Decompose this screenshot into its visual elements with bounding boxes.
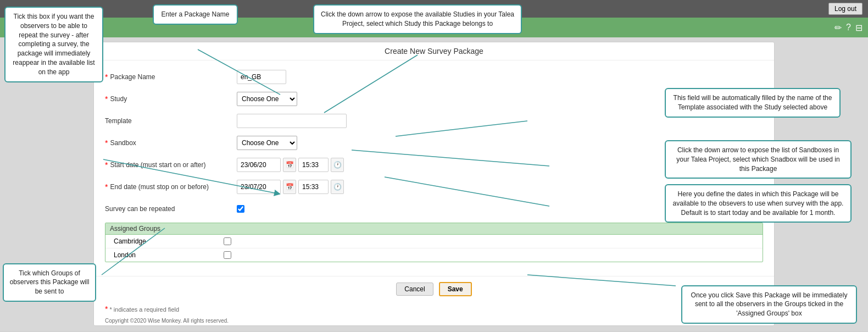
group-checkbox-cambridge[interactable] <box>224 237 231 245</box>
assigned-groups: Assigned Groups Cambridge London <box>105 223 763 262</box>
package-name-label: * Package Name <box>105 73 237 81</box>
copyright: Copyright ©2020 Wise Monkey. All rights … <box>94 316 774 325</box>
required-star-4: * <box>105 161 108 169</box>
start-date-label: * Start date (must start on or after) <box>105 161 237 169</box>
start-time-picker-icon[interactable]: 🕐 <box>331 158 344 172</box>
package-name-row: * Package Name <box>105 69 763 85</box>
start-date-time: 📅 🕐 <box>237 158 344 172</box>
logout-button[interactable]: Log out <box>828 3 863 15</box>
callout-groups: Tick which Groups of observers this Pack… <box>3 263 96 302</box>
end-date-label: * End date (must stop on or before) <box>105 182 237 191</box>
page-wrapper: ject Areas). Your time zone is Western E… <box>0 0 868 332</box>
help-icon[interactable]: ? <box>846 23 851 33</box>
callout-sandbox: Click the down arrow to expose the list … <box>665 140 852 179</box>
callout-package-name: Enter a Package Name <box>153 4 238 25</box>
nav-icons: ✏ ? ⊟ <box>834 23 863 33</box>
callout-template: This field will be automatically filled … <box>665 88 841 118</box>
required-star-5: * <box>105 182 108 191</box>
end-date-time: 📅 🕐 <box>237 180 344 194</box>
group-row-cambridge: Cambridge <box>105 235 763 248</box>
form-footer: Cancel Save <box>94 276 774 302</box>
end-time-picker-icon[interactable]: 🕐 <box>331 180 344 194</box>
required-star-3: * <box>105 139 108 147</box>
callout-save: Once you click Save this Package will be… <box>681 285 857 324</box>
repeat-checkbox[interactable] <box>237 205 244 213</box>
repeat-label: Survey can be repeated <box>105 205 237 213</box>
required-note: * * indicates a required field <box>94 302 774 316</box>
sandbox-select-wrapper: Choose One <box>237 136 297 150</box>
required-star-note: * <box>105 305 108 313</box>
study-select[interactable]: Choose One <box>237 92 297 106</box>
package-name-input[interactable] <box>237 70 286 84</box>
edit-icon[interactable]: ✏ <box>834 23 842 33</box>
sandbox-select[interactable]: Choose One <box>237 136 297 150</box>
group-row-london: London <box>105 248 763 262</box>
group-checkbox-london[interactable] <box>224 251 231 259</box>
save-button[interactable]: Save <box>439 282 472 296</box>
study-label: * Study <box>105 95 237 103</box>
end-date-picker-icon[interactable]: 📅 <box>283 180 296 194</box>
sandbox-label: * Sandbox <box>105 139 237 147</box>
required-star-2: * <box>105 95 108 103</box>
group-name-cambridge: Cambridge <box>114 237 224 245</box>
start-date-input[interactable] <box>237 158 281 172</box>
start-date-picker-icon[interactable]: 📅 <box>283 158 296 172</box>
cancel-button[interactable]: Cancel <box>396 283 433 296</box>
start-time-input[interactable] <box>298 158 329 172</box>
template-label: Template <box>105 117 237 125</box>
menu-icon[interactable]: ⊟ <box>855 23 863 33</box>
group-name-london: London <box>114 251 224 259</box>
callout-repeat: Tick this box if you want the observers … <box>4 7 103 82</box>
callout-study: Click the down arrow to expose the avail… <box>313 4 522 34</box>
form-title: Create New Survey Package <box>94 42 774 60</box>
template-input[interactable] <box>237 114 347 128</box>
required-star-1: * <box>105 73 108 81</box>
end-date-input[interactable] <box>237 180 281 194</box>
callout-dates: Here you define the dates in which this … <box>665 184 852 223</box>
study-select-wrapper: Choose One <box>237 92 297 106</box>
end-time-input[interactable] <box>298 180 329 194</box>
assigned-groups-header: Assigned Groups <box>105 223 763 235</box>
